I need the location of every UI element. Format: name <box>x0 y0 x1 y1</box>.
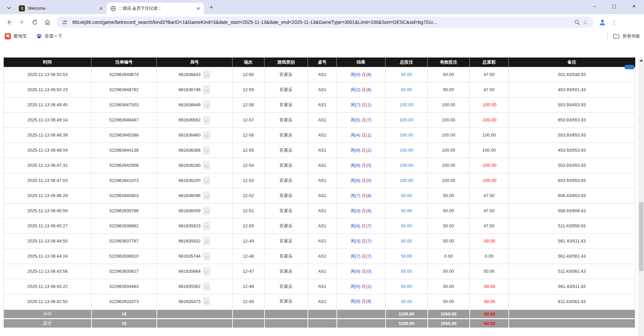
total-bet-link[interactable]: 50.00 <box>401 299 412 304</box>
all-bookmarks-button[interactable]: 所有书签 <box>613 33 640 39</box>
zoom-icon[interactable] <box>573 18 581 26</box>
video-replay-icon[interactable] <box>203 222 210 230</box>
cell-valid-bet: 100.00 <box>428 112 470 127</box>
result-banker-count: (7) <box>366 117 371 122</box>
back-button[interactable] <box>3 16 15 28</box>
video-replay-icon[interactable] <box>203 207 210 215</box>
cell-round-no: 661636460 <box>157 127 232 143</box>
video-replay-icon[interactable] <box>203 101 210 109</box>
result-banker-char: 庄 <box>362 208 366 213</box>
browser-menu-button[interactable]: ⋮ <box>610 16 618 28</box>
result-banker-count: (1) <box>366 133 371 138</box>
close-icon[interactable]: ✕ <box>98 6 104 11</box>
result-player: 闲(7) <box>351 102 360 107</box>
total-bet-link[interactable]: 50.00 <box>401 269 412 274</box>
total-bet-link[interactable]: 50.00 <box>401 284 412 289</box>
address-bar[interactable]: 66cxkj98.com/game/betrecord_search/kind3… <box>57 16 593 28</box>
video-replay-icon[interactable] <box>203 297 210 306</box>
page-scrollbar[interactable] <box>638 58 644 336</box>
total-bet-link[interactable]: 100.00 <box>400 148 413 153</box>
footer-empty-cell <box>509 319 635 328</box>
scrollbar-thumb[interactable] <box>639 202 643 271</box>
total-bet-link[interactable]: 100.00 <box>400 117 413 122</box>
reload-button[interactable] <box>29 16 40 28</box>
total-bet-link[interactable]: 50.00 <box>401 238 412 244</box>
cell-bet-id: 522963944138 <box>92 143 157 158</box>
total-bet-link[interactable]: 50.00 <box>401 193 412 198</box>
cell-remark: 653.93/553.93 <box>509 112 635 127</box>
close-window-button[interactable]: ✕ <box>624 0 644 12</box>
total-bet-link[interactable]: 50.00 <box>401 208 412 213</box>
cell-session: 12-47 <box>232 264 264 279</box>
new-tab-button[interactable]: + <box>207 3 216 12</box>
video-replay-icon[interactable] <box>203 116 210 124</box>
video-replay-icon[interactable] <box>203 161 210 170</box>
cell-time: 2025-11-13 06:44:24 <box>4 249 92 264</box>
video-replay-icon[interactable] <box>203 70 210 79</box>
cell-time: 2025-11-13 06:47:03 <box>4 173 92 188</box>
maximize-button[interactable]: ▢ <box>604 0 624 12</box>
result-banker-count: (1) <box>366 102 371 107</box>
footer-empty-cell <box>157 319 232 328</box>
cell-total-bet: 100.00 <box>386 112 428 127</box>
total-bet-link[interactable]: 100.00 <box>400 102 413 107</box>
reload-icon <box>32 19 38 26</box>
cell-valid-bet: 50.00 <box>428 203 470 218</box>
cell-valid-bet: 100.00 <box>428 127 470 143</box>
total-bet-link[interactable]: 50.00 <box>401 87 412 92</box>
result-banker-count: (5) <box>366 208 371 213</box>
close-icon[interactable]: ✕ <box>195 6 201 11</box>
cell-payout: 100.00 <box>470 127 509 143</box>
partial-blue-button[interactable] <box>624 65 635 69</box>
video-replay-icon[interactable] <box>203 85 210 94</box>
total-bet-link[interactable]: 50.00 <box>401 72 412 77</box>
total-bet-link[interactable]: 50.00 <box>401 254 412 259</box>
footer-empty-cell <box>264 319 308 328</box>
cell-table-no: AS1 <box>308 158 337 173</box>
cell-session: 12-54 <box>232 158 264 173</box>
tab-search-button[interactable] <box>4 3 13 12</box>
cell-time: 2025-11-13 06:46:29 <box>4 188 92 203</box>
home-button[interactable] <box>42 16 53 28</box>
cell-session: 12-45 <box>232 294 264 309</box>
video-replay-icon[interactable] <box>203 176 210 185</box>
cell-valid-bet: 50.00 <box>428 188 470 203</box>
url-text[interactable]: 66cxkj98.com/game/betrecord_search/kind3… <box>72 20 573 25</box>
forward-arrow-icon <box>19 19 25 26</box>
result-banker-count: (8) <box>366 72 371 77</box>
tab-bet-records[interactable]: :::视讯 会员下注纪录::: ✕ <box>107 3 204 14</box>
table-row: 2025-11-13 06:43:22522963934483661635562… <box>4 279 635 294</box>
total-bet-link[interactable]: 100.00 <box>400 178 413 183</box>
result-player: 闲(7) <box>351 254 360 259</box>
total-valid-bet: 1050.00 <box>428 319 470 328</box>
video-replay-icon[interactable] <box>203 146 210 155</box>
video-replay-icon[interactable] <box>203 252 210 261</box>
result-banker-count: (0) <box>366 269 371 274</box>
forward-button[interactable] <box>16 16 28 28</box>
scrollbar-up-arrow-icon[interactable] <box>638 58 644 63</box>
profile-avatar[interactable] <box>597 16 608 28</box>
tab-title: :::视讯 会员下注纪录::: <box>119 6 193 11</box>
result-player: 闲(7) <box>351 193 360 198</box>
result-player: 闲(8) <box>351 178 360 183</box>
video-replay-icon[interactable] <box>203 131 210 140</box>
result-player: 闲(3) <box>351 208 360 213</box>
total-bet-link[interactable]: 100.00 <box>400 163 413 168</box>
video-replay-icon[interactable] <box>203 237 210 246</box>
video-replay-icon[interactable] <box>203 282 210 291</box>
tab-welcome[interactable]: 龙 Welcome ✕ <box>15 3 107 14</box>
total-bet-link[interactable]: 50.00 <box>401 223 412 228</box>
total-bet-link[interactable]: 100.00 <box>400 133 413 138</box>
minimize-button[interactable]: – <box>584 0 604 12</box>
video-replay-icon[interactable] <box>203 191 210 200</box>
result-banker-char: 庄 <box>362 178 366 183</box>
cell-bet-id: 522963936610 <box>92 249 157 264</box>
table-row: 2025-11-13 06:43:56522963935627661635664… <box>4 264 635 279</box>
bookmark-star-icon[interactable]: ☆ <box>581 18 589 26</box>
video-replay-icon[interactable] <box>203 267 210 276</box>
cell-result: 闲(8) 庄(6) <box>337 294 386 309</box>
site-info-icon[interactable] <box>61 18 69 26</box>
cell-bet-id: 522963933373 <box>92 294 157 309</box>
bookmark-baidu[interactable]: 百度一下 <box>36 33 62 39</box>
bookmark-taobao[interactable]: 淘 爱淘宝 <box>5 33 27 39</box>
